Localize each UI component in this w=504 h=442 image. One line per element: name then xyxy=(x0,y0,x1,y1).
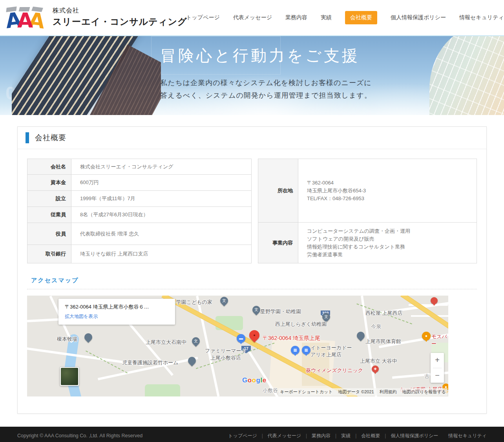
row-label: 従業員 xyxy=(27,207,71,223)
company-prefix: 株式会社 xyxy=(53,7,187,15)
google-letter: g xyxy=(256,376,261,384)
company-info-table-left: 会社名 株式会社スリーエイ・コンサルティング 資本金 600万円 設立 1999… xyxy=(27,159,252,263)
google-map-canvas[interactable]: 17 323 文 文 文 文 ▬ ▦ ▦ ● ● ✚ ● 〒362-0064 埼… xyxy=(27,296,448,396)
nav-item-security[interactable]: 情報セキュリティ xyxy=(459,14,504,21)
nav-item-services[interactable]: 業務内容 xyxy=(285,14,307,21)
school-pin[interactable]: 文 xyxy=(219,296,230,306)
row-value: 600万円 xyxy=(71,175,251,190)
school-icon: 文 xyxy=(220,297,228,305)
separator: | xyxy=(385,433,386,438)
school-icon: 文 xyxy=(322,313,330,321)
clinic-cross-icon[interactable]: ✚ xyxy=(372,365,379,373)
shopping-cart-icon[interactable]: ▦ xyxy=(302,346,310,354)
poi-red-icon[interactable] xyxy=(431,297,438,304)
row-value: コンピューターシステムの調査・企画・運用 ソフトウェアの開発及び販売 情報処理技… xyxy=(298,223,477,263)
row-value: 〒362-0064 埼玉県上尾市小敷谷654-3 TEL/FAX：048-726… xyxy=(298,159,477,222)
nav-item-company-active[interactable]: 会社概要 xyxy=(345,11,377,24)
footer-link-services[interactable]: 業務内容 xyxy=(312,433,331,439)
cart-icon: ▦ xyxy=(302,346,310,354)
page-title: 会社概要 xyxy=(35,133,66,143)
row-label: 役員 xyxy=(27,223,71,245)
separator: | xyxy=(355,433,356,438)
footer-link-results[interactable]: 実績 xyxy=(341,433,351,439)
company-info-table-right: 所在地 〒362-0064 埼玉県上尾市小敷谷654-3 TEL/FAX：048… xyxy=(258,159,477,263)
row-value: 代表取締役社長 増澤 忠久 xyxy=(71,223,251,245)
site-footer: Copyright © AAA Consulting Co. ,Ltd. All… xyxy=(0,427,504,442)
card-body: 会社名 株式会社スリーエイ・コンサルティング 資本金 600万円 設立 1999… xyxy=(18,149,486,413)
table-row: 事業内容 コンピューターシステムの調査・企画・運用 ソフトウェアの開発及び販売 … xyxy=(258,223,477,263)
map-data-copyright: 地図データ ©2021 xyxy=(338,389,374,395)
footer-nav: トップページ | 代表メッセージ | 業務内容 | 実績 | 会社概要 | 個人… xyxy=(228,433,487,439)
row-label: 会社名 xyxy=(27,159,71,174)
separator: | xyxy=(335,433,336,438)
marker-dot-icon: ● xyxy=(249,330,259,340)
row-value: 8名（平成27年6月30日現在） xyxy=(71,207,251,223)
footer-link-privacy[interactable]: 個人情報保護ポリシー xyxy=(391,433,438,439)
site-header: A A A 株式会社 スリーエイ・コンサルティング トップページ 代表メッセージ… xyxy=(0,0,504,35)
company-name-block: 株式会社 スリーエイ・コンサルティング xyxy=(53,7,187,28)
map-label-enomoto: 榎本牧場 xyxy=(57,336,77,343)
zoom-in-button[interactable]: + xyxy=(431,353,444,368)
table-row: 取引銀行 埼玉りそな銀行 上尾西口支店 xyxy=(27,245,251,263)
row-value: 株式会社スリーエイ・コンサルティング xyxy=(71,159,251,174)
zoom-out-button[interactable]: − xyxy=(431,368,444,383)
map-label-koshikiya: 小敷谷 xyxy=(263,387,278,394)
table-row: 資本金 600万円 xyxy=(27,175,251,191)
keyboard-shortcuts-link[interactable]: キーボードショートカット xyxy=(280,389,332,395)
footer-link-top[interactable]: トップページ xyxy=(228,433,257,439)
google-letter: G xyxy=(242,376,248,384)
company-info-tables: 会社名 株式会社スリーエイ・コンサルティング 資本金 600万円 設立 1999… xyxy=(27,159,477,263)
separator: | xyxy=(306,433,307,438)
logo-letter-red: A xyxy=(17,6,31,31)
google-letter: o xyxy=(252,376,256,384)
school-icon: 文 xyxy=(192,337,200,345)
map-label-furu: 古 xyxy=(424,373,429,380)
main-marker-label: 〒362-0064 埼玉県上尾 xyxy=(263,335,320,342)
terms-link[interactable]: 利用規約 xyxy=(380,389,397,395)
map-label-shiragiku: 西上尾しらぎく幼稚園 xyxy=(275,321,327,328)
mos-burger-icon[interactable]: ● xyxy=(422,332,431,340)
nav-item-message[interactable]: 代表メッセージ xyxy=(233,14,272,21)
company-logo[interactable]: A A A 株式会社 スリーエイ・コンサルティング xyxy=(3,3,187,31)
row-label: 所在地 xyxy=(258,159,298,222)
poi-pin-farm[interactable] xyxy=(83,332,94,343)
footer-link-company[interactable]: 会社概要 xyxy=(361,433,380,439)
row-value: 1999年（平成11年）7月 xyxy=(71,191,251,206)
hero-banner: 0101 冒険心と行動力をご支援 私たちは企業内の様々なシステム化を検討しお客様… xyxy=(0,35,504,115)
table-row: 設立 1999年（平成11年）7月 xyxy=(27,191,251,207)
hospital-icon: ✚ xyxy=(372,365,379,373)
hero-text-block: 冒険心と行動力をご支援 私たちは企業内の様々なシステム化を検討しお客様のニーズに… xyxy=(160,45,404,102)
report-map-error-link[interactable]: 地図の誤りを報告する xyxy=(402,389,446,395)
hero-subtitle: 私たちは企業内の様々なシステム化を検討しお客様のニーズに 答えるべく、システムの… xyxy=(160,77,404,102)
access-map-heading[interactable]: アクセスマップ xyxy=(31,277,477,284)
google-logo[interactable]: Google xyxy=(242,376,267,384)
hero-building-left-image xyxy=(12,36,161,115)
map-label-wakatake: 児童養護施設若竹ホーム xyxy=(122,359,179,366)
footer-link-security[interactable]: 情報セキュリティ xyxy=(448,433,487,439)
satellite-view-thumbnail[interactable] xyxy=(60,367,79,386)
google-letter: o xyxy=(248,376,252,384)
map-label-familymart: ファミリーマート 上尾小敷谷店 xyxy=(204,347,248,362)
glass-building-shape xyxy=(429,36,504,115)
nav-item-privacy[interactable]: 個人情報保護ポリシー xyxy=(391,14,446,21)
section-title-row: 会社概要 xyxy=(18,127,486,149)
shopping-cart-icon[interactable]: ▦ xyxy=(291,346,299,354)
familymart-store-icon[interactable]: ▬ xyxy=(237,334,245,343)
hero-building-right-image xyxy=(424,36,504,115)
road xyxy=(196,296,219,396)
school-icon: 文 xyxy=(252,306,260,314)
main-location-marker[interactable]: ● xyxy=(247,328,262,343)
nav-item-top[interactable]: トップページ xyxy=(186,14,220,21)
title-accent-bar xyxy=(26,132,29,143)
nav-item-results[interactable]: 実績 xyxy=(321,14,332,21)
row-label: 取引銀行 xyxy=(27,245,71,263)
map-label-nishimatsuya: 西松屋 上尾西店 xyxy=(365,310,403,317)
map-label-itoyokado: イトーヨーカドー アリオ上尾店 xyxy=(310,344,352,358)
info-window-address: 〒362-0064 埼玉県上尾市小敷谷６… xyxy=(65,303,169,310)
logo-aaa-icon: A A A xyxy=(3,3,46,31)
view-larger-map-link[interactable]: 拡大地図を表示 xyxy=(65,313,169,320)
map-label-oya-chu: 上尾市立 大谷中 xyxy=(360,358,397,365)
footer-link-message[interactable]: 代表メッセージ xyxy=(268,433,301,439)
poi-pin-gym[interactable] xyxy=(355,330,366,341)
school-pin[interactable]: 文 xyxy=(190,336,201,347)
